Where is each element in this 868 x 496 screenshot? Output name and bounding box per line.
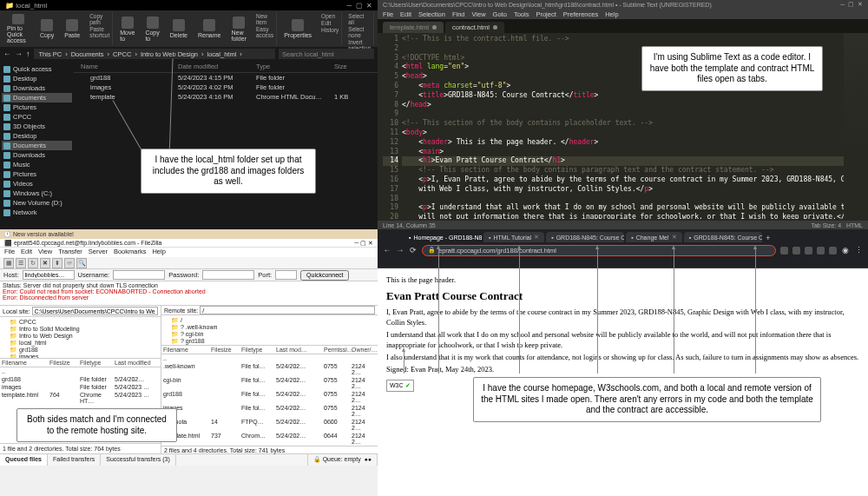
edit-button[interactable]: Edit	[321, 20, 339, 26]
file-row[interactable]: template5/24/2023 4:16 PMChrome HTML Doc…	[74, 92, 378, 102]
sidebar-item[interactable]: Downloads	[2, 83, 72, 93]
column-header[interactable]: Owner/…	[350, 346, 378, 354]
minimize-button[interactable]: ─	[346, 2, 352, 10]
menu-item[interactable]: File	[383, 10, 393, 18]
menu-item[interactable]: Server	[89, 248, 108, 257]
tree-item[interactable]: 📁 local_html	[3, 340, 158, 347]
open-button[interactable]: Open	[321, 13, 339, 19]
close-tab-icon[interactable]	[493, 25, 497, 30]
file-row[interactable]: imagesFile fol…5/24/202…07552124 2…	[161, 404, 378, 418]
sidebar-item[interactable]: Desktop	[2, 74, 72, 83]
column-header[interactable]: Filename	[0, 359, 48, 367]
profile-button[interactable]: ◉	[841, 246, 850, 255]
local-site-input[interactable]	[32, 307, 158, 315]
menu-item[interactable]: Find	[452, 10, 465, 18]
address-bar[interactable]: 🔒epratt.cpccagd.com/grd188/contract.html	[422, 245, 776, 256]
browser-tab[interactable]: ▪Homepage - GRD188-N84…✕	[404, 232, 482, 242]
sidebar-item[interactable]: Network	[2, 208, 72, 217]
extension-icon[interactable]	[829, 247, 837, 255]
browser-tab[interactable]: ▪GRD188-N845: Course Co…✕	[684, 232, 762, 242]
breadcrumb-item[interactable]: Intro to Web Design	[139, 50, 200, 58]
toolbar-button[interactable]: ✖	[40, 258, 50, 268]
menu-item[interactable]: Bookmarks	[114, 248, 147, 257]
toolbar-button[interactable]: ☰	[16, 258, 26, 268]
tree-item[interactable]: 📁 ? cgi-bin	[164, 331, 375, 338]
browser-tab[interactable]: ▪HTML Tutorial✕	[483, 232, 544, 242]
menu-item[interactable]: Goto	[493, 10, 507, 18]
menu-button[interactable]: ⋮	[854, 246, 863, 255]
sidebar-item[interactable]: Pictures	[2, 103, 72, 112]
copy-path-button[interactable]: Copy path	[89, 13, 109, 25]
tree-item[interactable]: 📁 Intro to Solid Modeling	[3, 326, 158, 333]
password-input[interactable]	[202, 270, 254, 280]
tab-size[interactable]: Tab Size: 4	[811, 222, 841, 228]
sidebar-item[interactable]: Pictures	[2, 169, 72, 179]
menu-item[interactable]: Help	[605, 10, 618, 18]
new-tab-button[interactable]: +	[764, 234, 773, 242]
menu-item[interactable]: Preferences	[563, 10, 598, 18]
maximize-button[interactable]: ▢	[848, 1, 854, 8]
new-item-button[interactable]: New item	[256, 13, 273, 25]
local-tree[interactable]: 📁 CPCC📁 Intro to Solid Modeling📁 Intro t…	[0, 317, 161, 359]
file-row[interactable]: grd188File fol…5/24/202…07552124 2…	[161, 390, 378, 404]
quickconnect-button[interactable]: Quickconnect	[300, 270, 349, 281]
extension-icon[interactable]	[780, 247, 788, 255]
remote-tree[interactable]: 📁 /📁 ? .well-known📁 ? cgi-bin📁 ? grd188📁…	[161, 315, 378, 346]
column-header[interactable]: Last modified	[113, 359, 161, 367]
remote-file-list[interactable]: FilenameFilesizeFiletypeLast mod…Permiss…	[161, 346, 378, 446]
tree-item[interactable]: 📁 CPCC	[3, 319, 158, 326]
close-button[interactable]: ✕	[858, 1, 863, 8]
close-tab-icon[interactable]	[432, 25, 437, 30]
maximize-button[interactable]: ▢	[356, 2, 363, 10]
message-log[interactable]: Status: Server did not properly shut dow…	[0, 281, 378, 306]
file-row[interactable]: ..	[161, 354, 378, 362]
sidebar-item[interactable]: Downloads	[2, 150, 72, 160]
delete-button[interactable]: Delete	[167, 12, 191, 45]
menu-item[interactable]: Edit	[21, 248, 32, 257]
menu-item[interactable]: Transfer	[58, 248, 82, 257]
minimize-button[interactable]: ─	[354, 240, 358, 246]
minimize-button[interactable]: ─	[840, 2, 845, 8]
sidebar-item[interactable]: Music	[2, 160, 72, 169]
username-input[interactable]	[113, 270, 165, 280]
column-header[interactable]: Filename	[161, 346, 209, 354]
sidebar-item[interactable]: 3D Objects	[2, 122, 72, 131]
menu-item[interactable]: Tools	[514, 10, 529, 18]
editor-tab[interactable]: template.html	[383, 22, 444, 33]
paste-shortcut-button[interactable]: Paste shortcut	[89, 26, 109, 38]
port-input[interactable]	[275, 270, 297, 280]
column-header[interactable]: Filetype	[240, 346, 274, 354]
file-row[interactable]: grd188File folder5/24/202…	[0, 375, 161, 383]
column-size[interactable]: Size	[334, 63, 369, 70]
toolbar-button[interactable]: ♾	[64, 258, 75, 268]
reload-button[interactable]: ⟳	[409, 246, 418, 255]
toolbar-button[interactable]: ↻	[28, 258, 38, 268]
menu-item[interactable]: Project	[536, 10, 556, 18]
copy-button[interactable]: Copy	[36, 12, 57, 45]
back-button[interactable]: ←	[383, 246, 391, 255]
editor-tab[interactable]: contract.html	[445, 22, 504, 33]
sidebar-item[interactable]: CPCC	[2, 112, 72, 122]
browser-tab[interactable]: ▪Change Me!✕	[626, 232, 682, 242]
column-name[interactable]: Name	[74, 63, 178, 70]
breadcrumb-item[interactable]: CPCC	[111, 50, 133, 58]
file-row[interactable]: cgi-binFile fol…5/24/202…07552124 2…	[161, 376, 378, 390]
menu-item[interactable]: Selection	[418, 10, 445, 18]
extension-icon[interactable]	[792, 247, 800, 255]
sidebar-item[interactable]: Quick access	[2, 64, 72, 74]
column-date[interactable]: Date modified	[178, 63, 256, 70]
breadcrumb-item[interactable]: local_html	[206, 50, 239, 58]
search-input[interactable]: Search local_html	[279, 49, 374, 59]
tree-item[interactable]: 📁 /	[164, 317, 375, 324]
file-row[interactable]: grd1885/24/2023 4:15 PMFile folder	[74, 73, 378, 83]
forward-button[interactable]: →	[396, 246, 404, 255]
menu-item[interactable]: View	[38, 248, 52, 257]
menu-item[interactable]: File	[4, 248, 15, 257]
back-button[interactable]: ←	[3, 50, 11, 58]
extension-icon[interactable]	[817, 247, 825, 255]
site-manager-button[interactable]: ▦	[3, 258, 14, 268]
close-tab-icon[interactable]: ✕	[534, 234, 539, 241]
remote-site-input[interactable]	[200, 306, 375, 314]
syntax-language[interactable]: HTML	[846, 222, 863, 228]
file-row[interactable]: template.html737Chrom…5/24/202…06442124 …	[161, 432, 378, 446]
